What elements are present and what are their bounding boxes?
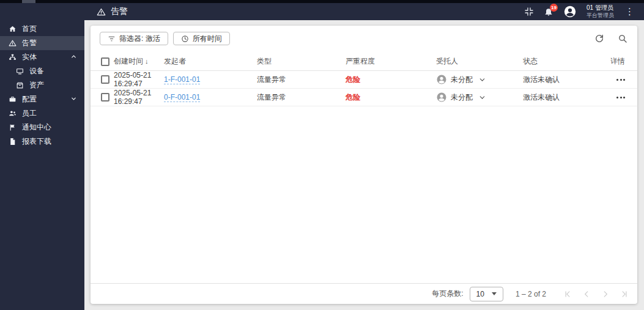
top-edge-tab [22, 0, 35, 3]
sidebar-item-devices[interactable]: 设备 [0, 64, 84, 78]
chevron-down-icon [478, 94, 486, 101]
overflow-menu-button[interactable]: ⋮ [624, 6, 635, 17]
chevron-down-icon[interactable] [70, 95, 77, 104]
appbar-actions: 19 01 管理员 平台管理员 ⋮ [524, 4, 635, 19]
table-row: 2025-05-21 16:29:47 0-F-001-01 流量异常 危险 未… [91, 89, 637, 106]
assignee-dropdown[interactable]: 未分配 [436, 92, 523, 103]
row-checkbox[interactable] [101, 75, 109, 84]
entities-icon [9, 53, 17, 61]
sidebar-item-label: 员工 [22, 108, 37, 119]
user-info[interactable]: 01 管理员 平台管理员 [587, 4, 614, 19]
column-header-initiator[interactable]: 发起者 [164, 56, 257, 67]
sidebar-item-staff[interactable]: 员工 [0, 106, 84, 120]
last-page-button[interactable] [620, 290, 629, 298]
notification-badge: 19 [550, 4, 558, 12]
content-area: 筛选器: 激活 所有时间 创建时间↓ [84, 20, 644, 310]
alerts-toolbar: 筛选器: 激活 所有时间 [91, 26, 637, 53]
filter-button[interactable]: 筛选器: 激活 [100, 32, 168, 45]
assignee-dropdown[interactable]: 未分配 [436, 74, 523, 85]
chevron-down-icon [478, 76, 486, 84]
toolbar-right [594, 34, 627, 43]
alert-icon [9, 39, 17, 47]
select-all-checkbox[interactable] [101, 57, 109, 66]
sidebar-item-assets[interactable]: 资产 [0, 78, 84, 92]
sidebar-item-label: 通知中心 [22, 122, 51, 133]
previous-page-button[interactable] [582, 290, 591, 298]
cell-severity: 危险 [346, 75, 436, 85]
caret-down-icon [492, 292, 497, 295]
per-page-label: 每页条数: [432, 289, 463, 299]
sidebar-item-label: 告警 [22, 38, 37, 48]
column-header-details: 详情 [596, 56, 625, 67]
initiator-link[interactable]: 1-F-001-01 [164, 75, 200, 84]
top-edge-strip [0, 0, 644, 3]
user-avatar[interactable] [563, 5, 577, 18]
staff-icon [9, 109, 17, 117]
pagination-range: 1 – 2 of 2 [516, 290, 546, 298]
assignee-label: 未分配 [451, 92, 473, 103]
sidebar-item-label: 报表下载 [22, 136, 51, 147]
fullscreen-exit-icon[interactable] [524, 7, 534, 17]
sidebar-item-entities[interactable]: 实体 [0, 50, 84, 64]
table-empty-space [91, 106, 637, 283]
row-actions-button[interactable] [616, 94, 625, 101]
chevron-up-icon[interactable] [70, 53, 77, 62]
assignee-avatar-icon [436, 74, 447, 85]
sidebar-item-report-download[interactable]: 报表下载 [0, 135, 84, 149]
time-filter-button[interactable]: 所有时间 [173, 32, 230, 45]
table-row: 2025-05-21 16:29:47 1-F-001-01 流量异常 危险 未… [91, 71, 637, 89]
page-title-wrap: 告警 [97, 6, 128, 17]
sidebar-item-label: 实体 [22, 52, 37, 62]
cell-type: 流量异常 [257, 92, 346, 103]
cell-status: 激活未确认 [523, 92, 596, 103]
next-page-button[interactable] [601, 290, 610, 298]
sidebar-item-label: 首页 [22, 24, 37, 34]
cell-created: 2025-05-21 16:29:47 [114, 89, 164, 106]
column-header-status[interactable]: 状态 [523, 56, 596, 67]
first-page-button[interactable] [563, 290, 572, 298]
report-icon [9, 138, 17, 146]
asset-icon [16, 81, 24, 89]
user-name: 01 管理员 [587, 4, 614, 12]
notifications-button[interactable]: 19 [544, 7, 553, 17]
column-header-severity[interactable]: 严重程度 [346, 56, 436, 67]
sidebar-item-alerts[interactable]: 告警 [0, 36, 84, 50]
table-header-row: 创建时间↓ 发起者 类型 严重程度 受托人 状态 详情 [91, 53, 637, 71]
sidebar-item-notification-center[interactable]: 通知中心 [0, 120, 84, 135]
user-role: 平台管理员 [587, 12, 614, 19]
column-header-created[interactable]: 创建时间↓ [114, 56, 164, 67]
page-title: 告警 [111, 6, 128, 17]
sidebar-item-label: 配置 [22, 94, 37, 105]
pagination-nav [563, 290, 629, 298]
config-icon [9, 95, 17, 103]
row-checkbox[interactable] [101, 93, 109, 101]
per-page-select[interactable]: 10 [470, 287, 503, 301]
app-root: 告警 19 01 管理员 [0, 0, 644, 310]
search-icon[interactable] [618, 34, 627, 43]
initiator-link[interactable]: 0-F-001-01 [164, 93, 200, 102]
cell-created: 2025-05-21 16:29:47 [114, 71, 164, 88]
device-icon [16, 67, 24, 75]
assignee-label: 未分配 [451, 75, 473, 85]
column-header-type[interactable]: 类型 [257, 56, 346, 67]
refresh-icon[interactable] [594, 34, 604, 43]
sidebar-item-config[interactable]: 配置 [0, 92, 84, 106]
alert-title-icon [97, 7, 106, 17]
pagination-bar: 每页条数: 10 1 – 2 of 2 [91, 283, 637, 304]
sidebar-item-label: 资产 [29, 80, 44, 90]
row-actions-button[interactable] [616, 76, 625, 83]
alerts-card: 筛选器: 激活 所有时间 创建时间↓ [91, 26, 637, 304]
cell-status: 激活未确认 [523, 75, 596, 85]
notification-icon [9, 124, 17, 131]
home-icon [9, 25, 17, 33]
sidebar-item-label: 设备 [29, 66, 44, 76]
clock-icon [181, 35, 189, 43]
time-filter-label: 所有时间 [193, 34, 222, 44]
column-header-assignee[interactable]: 受托人 [436, 56, 523, 67]
sidebar: 首页 告警 实体 设备 资产 配置 [0, 3, 84, 310]
filter-icon [108, 35, 116, 43]
per-page-value: 10 [476, 290, 484, 298]
assignee-avatar-icon [436, 92, 447, 103]
sidebar-item-home[interactable]: 首页 [0, 22, 84, 36]
cell-severity: 危险 [346, 92, 436, 103]
